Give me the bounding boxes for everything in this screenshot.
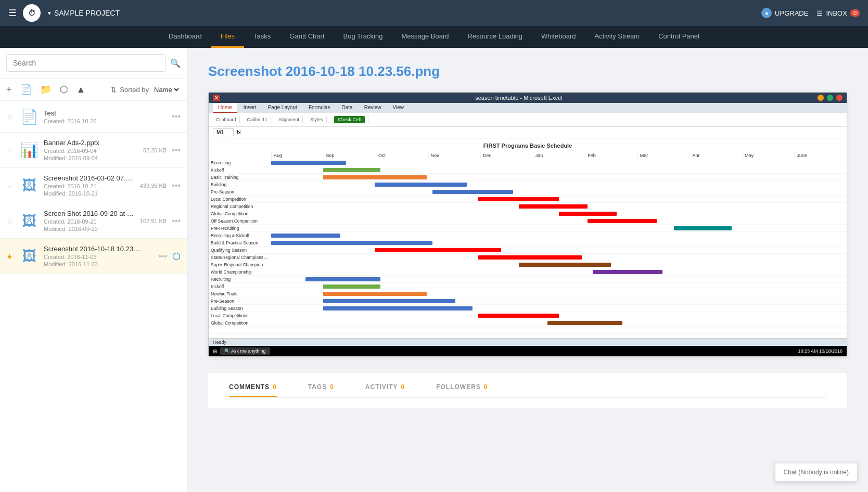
list-item[interactable]: ☆ 📄 Test Created: 2016-10-26 ••• — [0, 101, 187, 133]
nav-resource[interactable]: Resource Loading — [458, 26, 532, 48]
gantt-bar — [478, 197, 559, 201]
chat-widget[interactable]: Chat (Nobody is online) — [775, 463, 858, 482]
minimize-button[interactable] — [818, 95, 824, 101]
month-may: May — [742, 152, 795, 159]
file-meta-modified: Modified: 2016-10-21 — [44, 190, 135, 197]
gantt-row-label: Recruiting & Kickoff — [209, 233, 271, 238]
gantt-row-label: Regional Competition — [209, 204, 271, 209]
add-button[interactable]: + — [6, 84, 12, 95]
tab-followers[interactable]: FOLLOWERS 0 — [436, 383, 488, 397]
tab-tags[interactable]: TAGS 0 — [308, 383, 334, 397]
nav-bug[interactable]: Bug Tracking — [334, 26, 392, 48]
tab-comments[interactable]: COMMENTS 0 — [229, 383, 277, 397]
star-icon[interactable]: ☆ — [6, 112, 15, 121]
activity-count: 0 — [401, 383, 405, 391]
file-more-button[interactable]: ••• — [172, 112, 181, 121]
sorted-by-label: Sorted by — [120, 86, 149, 94]
file-info: Screen Shot 2016-09-20 at 4.5... Created… — [44, 210, 135, 232]
nav-files[interactable]: Files — [211, 26, 244, 48]
upgrade-icon: ★ — [761, 8, 772, 18]
excel-title: season timetable - Microsoft Excel — [220, 95, 818, 101]
nav-activity[interactable]: Activity Stream — [585, 26, 649, 48]
nav-message[interactable]: Message Board — [392, 26, 458, 48]
inbox-button[interactable]: ☰ INBOX 0 — [816, 9, 860, 17]
nav-control[interactable]: Control Panel — [649, 26, 709, 48]
gantt-title: FIRST Programs Basic Schedule — [209, 143, 847, 149]
gantt-bar — [323, 168, 381, 172]
tab-view[interactable]: View — [387, 103, 409, 113]
tab-formulas[interactable]: Formulas — [303, 103, 336, 113]
list-item[interactable]: ★ 🖼 Screenshot 2016-10-18 10.23.... Crea… — [0, 239, 187, 274]
check-cell-button[interactable]: Check Cell — [334, 116, 365, 123]
gantt-row: Newbie Trials — [209, 290, 847, 297]
new-folder-icon[interactable]: 📁 — [40, 84, 52, 95]
styles-label: Styles — [310, 117, 323, 122]
top-bar-left: ☰ ⏱ ▼ SAMPLE PROJECT — [8, 4, 753, 22]
upgrade-button[interactable]: ★ UPGRADE — [761, 8, 808, 18]
gantt-row-bars — [271, 297, 847, 305]
gantt-row-label: Super-Regional Championship — [209, 262, 271, 267]
search-input[interactable] — [6, 54, 166, 72]
ribbon-alignment: Alignment — [275, 116, 303, 123]
file-list: ☆ 📄 Test Created: 2016-10-26 ••• ☆ 📊 Ban… — [0, 101, 187, 492]
file-more-button[interactable]: ••• — [172, 181, 181, 190]
gantt-row-label: World Championship — [209, 269, 271, 275]
nav-bar: Dashboard Files Tasks Gantt Chart Bug Tr… — [0, 26, 868, 48]
menu-icon[interactable]: ☰ — [8, 7, 17, 19]
nav-dashboard[interactable]: Dashboard — [159, 26, 211, 48]
taskbar-time: 10:23 AM 10/18/2016 — [798, 348, 843, 354]
ribbon-check-cell: Check Cell — [331, 115, 369, 124]
tab-review[interactable]: Review — [359, 103, 387, 113]
excel-ribbon-tabs: Home Insert Page Layout Formulas Data Re… — [209, 103, 847, 113]
gantt-row-label: State/Regional Championship — [209, 255, 271, 260]
tab-data[interactable]: Data — [337, 103, 358, 113]
star-icon[interactable]: ★ — [6, 252, 15, 261]
new-file-icon[interactable]: 📄 — [20, 84, 32, 95]
star-icon[interactable]: ☆ — [6, 217, 15, 225]
nav-tasks[interactable]: Tasks — [244, 26, 280, 48]
dropbox-sync-icon[interactable]: ⬡ — [60, 84, 68, 95]
nav-whiteboard[interactable]: Whiteboard — [532, 26, 585, 48]
sort-icon[interactable]: ⇅ — [111, 86, 117, 94]
month-jan: Jan — [533, 152, 585, 159]
cell-reference[interactable]: M1 — [213, 128, 234, 136]
list-item[interactable]: ☆ 📊 Banner Ads-2.pptx Created: 2016-09-0… — [0, 133, 187, 168]
tab-page-layout[interactable]: Page Layout — [263, 103, 302, 113]
list-item[interactable]: ☆ 🖼 Screen Shot 2016-09-20 at 4.5... Cre… — [0, 203, 187, 239]
gantt-bar — [375, 248, 501, 252]
file-meta-modified: Modified: 2016-11-03 — [44, 261, 153, 267]
project-name[interactable]: ▼ SAMPLE PROJECT — [47, 9, 120, 17]
file-meta: Created: 2016-09-04 — [44, 148, 138, 154]
file-more-button[interactable]: ••• — [172, 146, 181, 155]
gantt-row: Local Competitions — [209, 312, 847, 319]
gantt-row: Build & Practice Season — [209, 239, 847, 247]
gantt-bar — [375, 183, 467, 187]
nav-gantt[interactable]: Gantt Chart — [280, 26, 334, 48]
gantt-bar — [593, 270, 662, 274]
file-more-button[interactable]: ••• — [158, 252, 167, 261]
star-icon[interactable]: ☆ — [6, 146, 15, 154]
file-info: Banner Ads-2.pptx Created: 2016-09-04 Mo… — [44, 139, 138, 161]
gantt-bar — [323, 306, 473, 310]
gantt-row-bars — [271, 283, 847, 290]
gantt-row: Pre-Season — [209, 297, 847, 305]
star-icon[interactable]: ☆ — [6, 182, 15, 190]
tab-home[interactable]: Home — [213, 103, 237, 113]
chat-label: Chat (Nobody is online) — [784, 469, 849, 476]
close-button[interactable] — [836, 95, 843, 101]
tab-activity[interactable]: ACTIVITY 0 — [365, 383, 405, 397]
gantt-row: Off Season Competition — [209, 217, 847, 225]
file-toolbar: + 📄 📁 ⬡ ▲ ⇅ Sorted by Name Date Size — [0, 79, 187, 101]
tab-insert[interactable]: Insert — [238, 103, 262, 113]
file-name: Test — [44, 109, 167, 117]
file-more-button[interactable]: ••• — [172, 216, 181, 226]
gantt-row: State/Regional Championship — [209, 254, 847, 261]
list-item[interactable]: ☆ 🖼 Screenshot 2016-03-02 07.34.... Crea… — [0, 168, 187, 203]
main-layout: 🔍 + 📄 📁 ⬡ ▲ ⇅ Sorted by Name Date Size ☆ — [0, 48, 868, 492]
maximize-button[interactable] — [827, 95, 833, 101]
top-bar-right: ★ UPGRADE ☰ INBOX 0 — [761, 8, 860, 18]
sort-select[interactable]: Name Date Size — [152, 85, 181, 94]
drive-sync-icon[interactable]: ▲ — [76, 84, 86, 95]
search-icon[interactable]: 🔍 — [170, 58, 181, 68]
font-size: 11 — [262, 117, 267, 122]
